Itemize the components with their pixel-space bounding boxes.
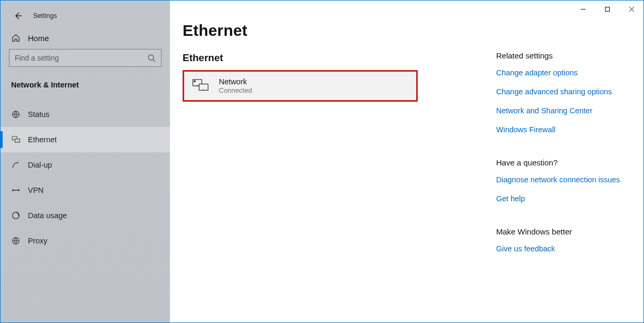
sidebar-item-ethernet[interactable]: Ethernet (1, 127, 170, 152)
svg-rect-18 (605, 7, 609, 11)
svg-point-9 (15, 163, 16, 163)
sidebar-nav: Status Ethernet Dial-up VPN (1, 102, 170, 253)
sidebar-item-label: Proxy (28, 237, 47, 245)
page-title: Ethernet (183, 22, 496, 40)
sidebar-item-status[interactable]: Status (1, 102, 170, 127)
proxy-icon (11, 236, 21, 246)
close-icon (629, 6, 635, 12)
svg-point-10 (12, 189, 14, 191)
svg-point-8 (14, 164, 15, 164)
link-feedback[interactable]: Give us feedback (496, 244, 633, 253)
maximize-button[interactable] (595, 1, 619, 17)
minimize-icon (580, 6, 586, 12)
sidebar-item-datausage[interactable]: Data usage (1, 203, 170, 228)
link-windows-firewall[interactable]: Windows Firewall (496, 125, 633, 134)
ethernet-subheading: Ethernet (183, 52, 496, 64)
svg-point-0 (148, 55, 154, 60)
feedback-heading: Make Windows better (496, 227, 633, 236)
sidebar-item-label: Status (28, 110, 49, 119)
vpn-icon (11, 187, 21, 194)
link-diagnose[interactable]: Diagnose network connection issues (496, 175, 633, 184)
network-name: Network (219, 77, 252, 86)
network-card[interactable]: Network Connected (183, 70, 418, 102)
related-heading: Related settings (496, 51, 633, 60)
sidebar: Settings Home Network & Internet Status (1, 1, 170, 322)
sidebar-item-label: Dial-up (28, 161, 52, 169)
arrow-left-icon (14, 12, 22, 20)
svg-point-6 (12, 166, 13, 167)
dialup-icon (11, 160, 21, 170)
right-column: Related settings Change adapter options … (496, 1, 633, 322)
app-title: Settings (33, 12, 57, 19)
sidebar-item-proxy[interactable]: Proxy (1, 228, 170, 253)
sidebar-section-label: Network & Internet (1, 73, 170, 97)
svg-point-7 (17, 162, 18, 163)
ethernet-icon (11, 135, 21, 144)
link-get-help[interactable]: Get help (496, 194, 633, 203)
sidebar-item-vpn[interactable]: VPN (1, 178, 170, 203)
maximize-icon (605, 6, 610, 12)
link-network-sharing-center[interactable]: Network and Sharing Center (496, 106, 633, 115)
search-box[interactable] (9, 49, 162, 67)
question-heading: Have a question? (496, 158, 633, 167)
main-area: Ethernet Ethernet Network Connected (170, 1, 643, 322)
content-column: Ethernet Ethernet Network Connected (170, 1, 496, 322)
sidebar-item-label: Data usage (28, 211, 67, 220)
svg-line-1 (153, 60, 155, 62)
svg-rect-5 (15, 139, 20, 143)
link-advanced-sharing[interactable]: Change advanced sharing options (496, 87, 633, 96)
svg-rect-24 (199, 84, 208, 90)
minimize-button[interactable] (571, 1, 595, 17)
status-icon (11, 110, 21, 119)
svg-point-13 (15, 190, 16, 191)
window-controls (571, 1, 643, 17)
home-label: Home (28, 34, 49, 43)
back-button[interactable] (10, 8, 26, 24)
search-input[interactable] (15, 54, 147, 62)
network-status: Connected (219, 86, 252, 95)
home-icon (11, 33, 21, 43)
search-icon (147, 54, 156, 62)
svg-point-11 (18, 189, 20, 191)
link-change-adapter[interactable]: Change adapter options (496, 68, 633, 77)
sidebar-item-dialup[interactable]: Dial-up (1, 152, 170, 178)
sidebar-home[interactable]: Home (1, 26, 170, 49)
sidebar-item-label: VPN (28, 186, 44, 194)
close-button[interactable] (619, 1, 643, 17)
sidebar-item-label: Ethernet (28, 135, 57, 144)
data-usage-icon (11, 211, 21, 220)
network-icon (192, 78, 209, 94)
svg-rect-23 (194, 80, 195, 82)
